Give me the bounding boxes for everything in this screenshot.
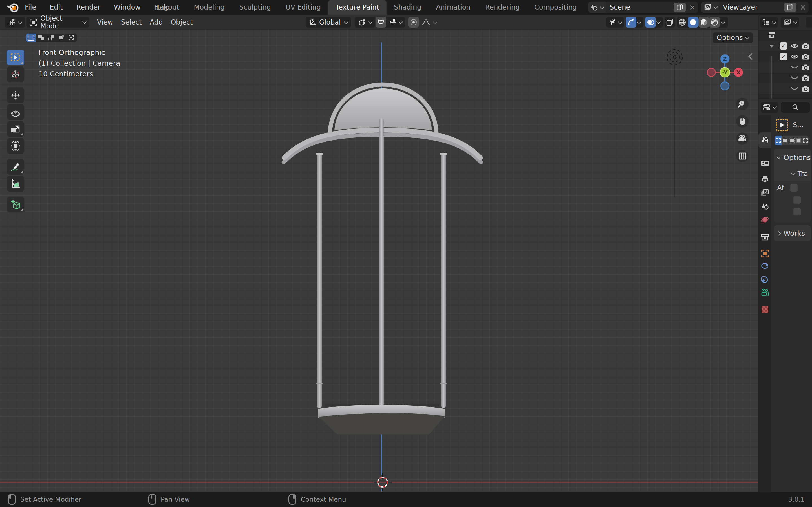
tab-collection[interactable] bbox=[758, 231, 771, 243]
new-scene-button[interactable] bbox=[673, 3, 686, 12]
camera-restrict-icon[interactable] bbox=[802, 75, 810, 81]
tab-object-data[interactable] bbox=[758, 286, 771, 298]
pan-control[interactable] bbox=[736, 115, 749, 128]
tool-select-box[interactable] bbox=[7, 50, 24, 65]
tab-animation[interactable]: Animation bbox=[428, 0, 477, 15]
view-layer-browse-button[interactable] bbox=[702, 2, 719, 13]
select-mode-invert[interactable] bbox=[56, 34, 66, 42]
tab-world[interactable] bbox=[758, 214, 771, 226]
snap-settings-button[interactable] bbox=[386, 19, 405, 25]
proportional-editing-toggle[interactable] bbox=[408, 17, 419, 27]
editor-type-button[interactable] bbox=[4, 17, 25, 27]
panel-transform-header[interactable]: Tra bbox=[774, 166, 811, 181]
tool-scale[interactable] bbox=[7, 121, 24, 137]
tab-constraints[interactable] bbox=[758, 274, 771, 286]
tab-rendering[interactable]: Rendering bbox=[478, 0, 527, 15]
transform-orientation-selector[interactable]: Global bbox=[306, 17, 351, 27]
tool-move[interactable] bbox=[7, 87, 24, 103]
tab-texture-paint[interactable]: Texture Paint bbox=[328, 0, 387, 15]
prop-select-intersect[interactable] bbox=[802, 136, 809, 145]
properties-search-input[interactable] bbox=[781, 102, 810, 113]
viewport-3d[interactable]: Options Front Orthographic (1) Collectio… bbox=[0, 30, 758, 492]
outliner-row-object-3[interactable] bbox=[758, 73, 812, 83]
outliner-row-collection[interactable]: ✓ bbox=[758, 41, 812, 51]
outliner-row-object-2[interactable] bbox=[758, 62, 812, 73]
camera-restrict-icon[interactable] bbox=[802, 64, 810, 71]
tab-layout[interactable]: Layout bbox=[149, 0, 187, 15]
editor-divider[interactable] bbox=[758, 99, 812, 99]
zoom-control[interactable] bbox=[736, 98, 749, 110]
tool-annotate[interactable] bbox=[7, 159, 24, 175]
mode-selector[interactable]: Object Mode bbox=[26, 17, 89, 27]
xray-toggle[interactable] bbox=[665, 17, 675, 27]
disclosure-triangle[interactable] bbox=[769, 45, 774, 48]
snap-toggle[interactable] bbox=[375, 17, 386, 27]
tab-output[interactable] bbox=[758, 173, 771, 185]
tab-tool[interactable] bbox=[758, 132, 771, 148]
gizmo-neg-z-ball[interactable] bbox=[721, 82, 729, 90]
unlink-scene-button[interactable]: × bbox=[687, 2, 698, 13]
tab-modeling[interactable]: Modeling bbox=[187, 0, 232, 15]
tool-cursor[interactable] bbox=[7, 66, 24, 82]
outliner-row-object-4[interactable] bbox=[758, 83, 812, 94]
panel-workspace-header[interactable]: Works bbox=[774, 225, 811, 241]
camera-restrict-icon[interactable] bbox=[802, 86, 810, 92]
outliner-display-mode-button[interactable] bbox=[781, 17, 799, 27]
show-gizmo-toggle[interactable] bbox=[626, 17, 637, 27]
prop-select-extend[interactable] bbox=[781, 136, 788, 145]
panel-options-header[interactable]: Options bbox=[774, 149, 811, 166]
prop-select-subtract[interactable] bbox=[788, 136, 795, 145]
prop-select-invert[interactable] bbox=[795, 136, 802, 145]
tab-texture[interactable] bbox=[758, 304, 771, 316]
tool-rotate[interactable] bbox=[7, 104, 24, 120]
gizmo-neg-x-ball[interactable] bbox=[707, 68, 716, 76]
tool-options-button[interactable]: Options bbox=[713, 33, 753, 43]
tab-sculpting[interactable]: Sculpting bbox=[232, 0, 278, 15]
eye-open-icon[interactable] bbox=[791, 43, 799, 49]
collection-checkbox[interactable]: ✓ bbox=[780, 42, 787, 50]
scene-browse-button[interactable] bbox=[588, 2, 606, 13]
show-overlays-toggle[interactable] bbox=[645, 17, 656, 27]
affect-checkbox-3[interactable] bbox=[794, 208, 801, 216]
outliner-row-object-1[interactable]: ✓ bbox=[758, 51, 812, 62]
eye-closed-icon[interactable] bbox=[791, 87, 799, 91]
menu-window[interactable]: Window bbox=[107, 0, 147, 15]
tab-uv-editing[interactable]: UV Editing bbox=[278, 0, 328, 15]
outliner-filter-button[interactable] bbox=[806, 17, 812, 27]
pivot-point-selector[interactable] bbox=[355, 17, 375, 27]
blender-logo-icon[interactable] bbox=[7, 2, 19, 12]
new-view-layer-button[interactable] bbox=[784, 3, 797, 12]
select-mode-intersect[interactable] bbox=[66, 34, 77, 42]
tab-compositing[interactable]: Compositing bbox=[527, 0, 584, 15]
falloff-selector[interactable] bbox=[419, 18, 439, 26]
outliner-editor-type-button[interactable] bbox=[760, 17, 778, 27]
shading-material-button[interactable] bbox=[698, 17, 709, 27]
tab-physics[interactable] bbox=[758, 260, 771, 273]
camera-restrict-icon[interactable] bbox=[802, 43, 810, 49]
menu-add[interactable]: Add bbox=[146, 15, 167, 30]
shading-wireframe-button[interactable] bbox=[677, 17, 688, 27]
eye-closed-icon[interactable] bbox=[791, 76, 799, 80]
tab-object[interactable] bbox=[758, 247, 771, 260]
select-mode-extend[interactable] bbox=[36, 34, 46, 42]
select-mode-set[interactable] bbox=[26, 34, 36, 42]
tool-add-primitive[interactable] bbox=[7, 196, 24, 212]
scene-name[interactable]: Scene bbox=[606, 3, 673, 11]
select-mode-subtract[interactable] bbox=[46, 34, 56, 42]
show-object-types-button[interactable] bbox=[606, 17, 624, 27]
view-layer-name[interactable]: ViewLayer bbox=[719, 3, 783, 11]
tool-measure[interactable] bbox=[7, 176, 24, 191]
affect-checkbox-1[interactable] bbox=[790, 184, 798, 191]
prop-select-set[interactable] bbox=[775, 136, 781, 145]
editor-divider[interactable] bbox=[758, 15, 758, 492]
properties-editor-type-button[interactable] bbox=[761, 102, 778, 113]
camera-restrict-icon[interactable] bbox=[802, 53, 810, 60]
menu-edit[interactable]: Edit bbox=[43, 0, 69, 15]
tab-view-layer[interactable] bbox=[758, 186, 771, 199]
remove-view-layer-button[interactable]: × bbox=[797, 2, 809, 13]
camera-view-control[interactable] bbox=[736, 132, 749, 145]
object-checkbox[interactable]: ✓ bbox=[780, 53, 787, 60]
shading-rendered-button[interactable] bbox=[709, 17, 720, 27]
tab-scene[interactable] bbox=[758, 200, 771, 212]
menu-file[interactable]: File bbox=[18, 0, 43, 15]
